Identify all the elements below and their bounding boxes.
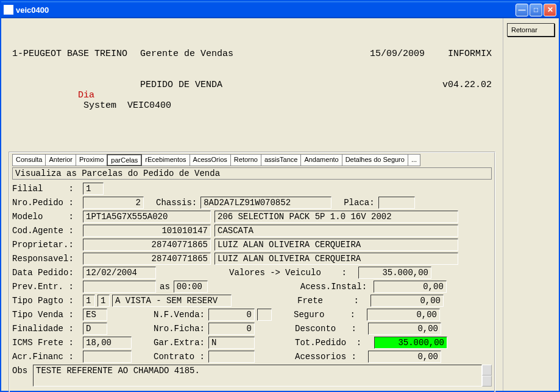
- form-frame: Consulta Anterior Proximo parCelas rEceb…: [9, 152, 495, 392]
- nro-ficha-field[interactable]: 0: [208, 323, 255, 335]
- screen-title: PEDIDO DE VENDA: [140, 80, 358, 121]
- obs-field[interactable]: TESTE REFERENTE AO CHAMADO 4185.: [33, 365, 482, 387]
- desconto-label: Desconto :: [295, 324, 368, 334]
- tipo-pagto-1-field[interactable]: 1: [83, 295, 95, 307]
- cod-agente-field[interactable]: 101010147: [83, 225, 211, 237]
- placa-field[interactable]: [378, 197, 415, 209]
- scroll-down-icon[interactable]: [482, 376, 492, 387]
- responsavel-code-field[interactable]: 28740771865: [83, 253, 211, 265]
- tab-proximo[interactable]: Proximo: [76, 154, 107, 166]
- nf-venda-label: N.F.Venda:: [154, 310, 205, 320]
- proprietar-code-field[interactable]: 28740771865: [83, 239, 211, 251]
- acess-instal-label: Acess.Instal:: [300, 282, 374, 292]
- nf-venda-field[interactable]: 0: [208, 309, 255, 321]
- system-label: [78, 100, 83, 111]
- window-title: veic0400: [16, 5, 516, 15]
- obs-scrollbar[interactable]: [482, 365, 492, 387]
- acessorios-field: 0,00: [368, 351, 441, 363]
- tipo-venda-label: Tipo Venda :: [12, 310, 83, 320]
- app-window: veic0400 — □ ✕ 1-PEUGEOT BASE TREINO Ger…: [0, 0, 560, 392]
- tab-acessorios[interactable]: AcessOrios: [190, 154, 231, 166]
- close-button[interactable]: ✕: [544, 4, 556, 16]
- tab-retorno[interactable]: Retorno: [230, 154, 261, 166]
- data-pedido-label: Data Pedido:: [12, 268, 83, 278]
- veiculo-field: 35.000,00: [358, 267, 431, 279]
- chassis-field[interactable]: 8AD2A7LZ91W070852: [200, 197, 331, 209]
- contrato-label: Contrato :: [154, 352, 205, 362]
- header-block: 1-PEUGEOT BASE TREINO Gerente de Vendas …: [6, 26, 498, 152]
- finalidade-label: Finalidade :: [12, 324, 83, 334]
- filial-label: Filial :: [12, 184, 83, 194]
- responsavel-label: Responsavel:: [12, 254, 83, 264]
- icms-frete-field[interactable]: 18,00: [83, 337, 132, 349]
- prev-entr-time-field[interactable]: 00:00: [174, 281, 208, 293]
- seguro-label: Seguro :: [294, 310, 367, 320]
- app-icon: [4, 5, 13, 15]
- scroll-up-icon[interactable]: [482, 365, 492, 376]
- maximize-button[interactable]: □: [530, 4, 542, 16]
- placa-label: Placa:: [344, 198, 374, 208]
- org-name: 1-PEUGEOT BASE TREINO: [12, 49, 140, 59]
- tab-description: Visualiza as Parcelas do Pedido de Venda: [12, 167, 492, 180]
- filial-field[interactable]: 1: [83, 183, 104, 195]
- nro-pedido-label: Nro.Pedido :: [12, 198, 83, 208]
- tipo-pagto-label: Tipo Pagto :: [12, 296, 83, 306]
- tab-more[interactable]: ...: [408, 154, 420, 166]
- tab-bar: Consulta Anterior Proximo parCelas rEceb…: [12, 154, 492, 166]
- dia-label: Dia: [78, 90, 94, 100]
- version: v04.22.02: [358, 80, 492, 121]
- main-panel: 1-PEUGEOT BASE TREINO Gerente de Vendas …: [1, 18, 503, 391]
- user-role: Gerente de Vendas: [140, 49, 358, 59]
- prev-entr-label: Prev.Entr. :: [12, 282, 83, 292]
- proprietar-label: Proprietar.:: [12, 240, 83, 250]
- agente-name-field: CASCATA: [214, 225, 458, 237]
- desconto-field: 0,00: [368, 323, 441, 335]
- tab-consulta[interactable]: Consulta: [12, 154, 46, 166]
- tab-detalhes[interactable]: Detalhes do Seguro: [342, 154, 408, 166]
- obs-label: Obs: [12, 365, 33, 376]
- data-pedido-field[interactable]: 12/02/2004: [83, 267, 156, 279]
- acr-financ-field[interactable]: [83, 351, 132, 363]
- side-panel: Retornar: [503, 18, 559, 391]
- modelo-desc-field: 206 SELECTION PACK 5P 1.0 16V 2002: [214, 211, 458, 223]
- responsavel-name-field: LUIZ ALAN OLIVEIRA CERQUEIRA: [214, 253, 458, 265]
- header-date: 15/09/2009: [358, 49, 425, 59]
- tab-parcelas[interactable]: parCelas: [107, 154, 142, 166]
- cod-agente-label: Cod.Agente :: [12, 226, 83, 236]
- as-label: as: [160, 282, 170, 292]
- tipo-venda-field[interactable]: ES: [83, 309, 107, 321]
- titlebar[interactable]: veic0400 — □ ✕: [1, 1, 559, 18]
- tipo-pagto-desc-field: A VISTA - SEM RESERV: [112, 295, 232, 307]
- db-name: INFORMIX: [425, 49, 492, 59]
- tab-assistance[interactable]: assisTance: [261, 154, 301, 166]
- acr-financ-label: Acr.Financ :: [12, 352, 83, 362]
- gar-extra-label: Gar.Extra:: [154, 338, 205, 348]
- acessorios-label: Acessorios :: [295, 352, 368, 362]
- acess-instal-field: 0,00: [374, 281, 447, 293]
- tipo-pagto-2-field[interactable]: 1: [97, 295, 110, 307]
- contrato-field[interactable]: [208, 351, 255, 363]
- finalidade-field[interactable]: D: [83, 323, 107, 335]
- nro-ficha-label: Nro.Ficha:: [154, 324, 205, 334]
- frete-label: Frete :: [297, 296, 370, 306]
- frete-field: 0,00: [370, 295, 444, 307]
- tab-andamento[interactable]: Andamento: [300, 154, 342, 166]
- gar-extra-field[interactable]: N: [208, 337, 255, 349]
- chassis-label: Chassis:: [156, 198, 197, 208]
- nf-venda-extra-field[interactable]: [257, 309, 272, 321]
- minimize-button[interactable]: —: [516, 4, 528, 16]
- tot-pedido-field: 35.000,00: [374, 337, 447, 349]
- tab-recebimentos[interactable]: rEcebimentos: [141, 154, 190, 166]
- modelo-label: Modelo :: [12, 212, 83, 222]
- retornar-button[interactable]: Retornar: [507, 23, 555, 37]
- modelo-code-field[interactable]: 1PT1A5G7X555A020: [83, 211, 211, 223]
- seguro-field: 0,00: [367, 309, 440, 321]
- proprietar-name-field: LUIZ ALAN OLIVEIRA CERQUEIRA: [214, 239, 458, 251]
- icms-frete-label: ICMS Frete :: [12, 338, 83, 348]
- nro-pedido-field[interactable]: 2: [83, 197, 144, 209]
- prev-entr-field[interactable]: [83, 281, 156, 293]
- tab-anterior[interactable]: Anterior: [45, 154, 76, 166]
- veiculo-label: Veiculo :: [285, 268, 358, 278]
- tot-pedido-label: Tot.Pedido :: [295, 338, 374, 348]
- valores-label: Valores ->: [229, 268, 280, 278]
